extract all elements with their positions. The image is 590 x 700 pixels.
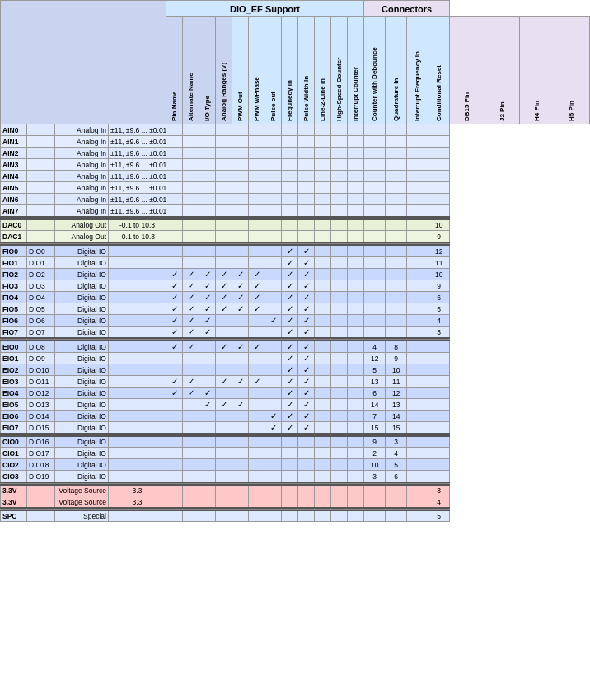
table-row: CIO1DIO17Digital IO24 [1, 448, 590, 459]
col-h4: H4 Pin [520, 17, 555, 124]
col-db15: DB15 Pin [450, 17, 485, 124]
dio-ef-header: DIO_EF Support [166, 1, 364, 17]
table-row: EIO2DIO10Digital IO✓✓510 [1, 364, 590, 375]
col-header-alt: Alternate Name [183, 17, 199, 124]
table-row: CIO3DIO19Digital IO36 [1, 471, 590, 482]
col-quadrature: Quadrature In [386, 17, 407, 124]
table-row: FIO7DIO7Digital IO✓✓✓✓✓3 [1, 326, 590, 338]
col-cond-reset: Conditional Reset [428, 17, 450, 124]
db15-label: DB15 Pin [463, 22, 471, 121]
table-row: EIO7DIO15Digital IO✓✓✓1515 [1, 421, 590, 434]
table-row: EIO1DIO9Digital IO✓✓129 [1, 352, 590, 364]
col-header-analog: Analog Ranges (V) [216, 17, 232, 124]
col-h5: H5 Pin [555, 17, 590, 124]
table-row: 3.3VVoltage Source3.34 [1, 496, 590, 508]
interrupt-label: Interrupt Counter [352, 22, 360, 121]
col-j2: J2 Pin [485, 17, 519, 124]
debounce-label: Counter with Debounce [371, 22, 379, 121]
pwm-out-label: PWM Out [236, 22, 245, 121]
table-row: AIN7Analog In±11, ±9.6 ... ±0.018 [1, 205, 590, 217]
cond-reset-label: Conditional Reset [435, 22, 443, 121]
table-row: FIO1DIO1Digital IO✓✓11 [1, 256, 590, 268]
col-debounce: Counter with Debounce [364, 17, 386, 124]
table-row: EIO3DIO11Digital IO✓✓✓✓✓✓✓1311 [1, 375, 590, 387]
top-left-header [1, 1, 166, 124]
table-row: AIN6Analog In±11, ±9.6 ... ±0.018 [1, 194, 590, 205]
col-pwm-out: PWM Out [232, 17, 249, 124]
pin-name-label: Pin Name [171, 22, 179, 121]
col-int-freq: Interrupt Frequency In [407, 17, 428, 124]
table-row: AIN1Analog In±11, ±9.6 ... ±0.018 [1, 136, 590, 148]
col-header-type: I/O Type [199, 17, 216, 124]
table-row: DAC1Analog Out-0.1 to 10.39 [1, 231, 590, 242]
pulse-out-label: Pulse out [269, 22, 278, 121]
col-interrupt: Interrupt Counter [348, 17, 364, 124]
alt-name-label: Alternate Name [187, 22, 195, 121]
table-row: FIO0DIO0Digital IO✓✓12 [1, 245, 590, 257]
table-row: EIO0DIO8Digital IO✓✓✓✓✓✓✓48 [1, 341, 590, 353]
col-pulse-width: Pulse Width In [298, 17, 315, 124]
table-row: CIO0DIO16Digital IO93 [1, 436, 590, 448]
table-row: DAC0Analog Out-0.1 to 10.310 [1, 219, 590, 231]
h4-label: H4 Pin [533, 22, 541, 121]
table-row: FIO5DIO5Digital IO✓✓✓✓✓✓✓✓5 [1, 303, 590, 314]
table-row: EIO6DIO14Digital IO✓✓✓714 [1, 410, 590, 421]
table-row: FIO6DIO6Digital IO✓✓✓✓✓✓4 [1, 314, 590, 326]
table-row: AIN5Analog In±11, ±9.6 ... ±0.018 [1, 182, 590, 194]
col-header-pin: Pin Name [166, 17, 183, 124]
col-pulse-out: Pulse out [265, 17, 282, 124]
table-row: FIO4DIO4Digital IO✓✓✓✓✓✓✓✓6 [1, 291, 590, 303]
quadrature-label: Quadrature In [392, 22, 400, 121]
highspeed-label: High-Speed Counter [335, 22, 344, 121]
table-row: FIO2DIO2Digital IO✓✓✓✓✓✓✓✓10 [1, 268, 590, 280]
pwm-phase-label: PWM w/Phase [253, 22, 261, 121]
pulse-width-label: Pulse Width In [302, 22, 311, 121]
connectors-header: Connectors [364, 1, 450, 17]
table-row: 3.3VVoltage Source3.33 [1, 485, 590, 496]
table-row: AIN0Analog In±11, ±9.6 ... ±0.018 [1, 124, 590, 136]
table-row: AIN3Analog In±11, ±9.6 ... ±0.018 [1, 159, 590, 171]
table-row: CIO2DIO18Digital IO105 [1, 459, 590, 471]
table-row: SPCSpecial5 [1, 510, 590, 522]
table-row: AIN2Analog In±11, ±9.6 ... ±0.018 [1, 148, 590, 159]
io-type-label: I/O Type [204, 22, 212, 121]
table-row: AIN4Analog In±11, ±9.6 ... ±0.018 [1, 171, 590, 182]
col-highspeed: High-Speed Counter [331, 17, 348, 124]
freq-in-label: Frequnecy In [286, 22, 294, 121]
table-row: EIO5DIO13Digital IO✓✓✓✓✓1413 [1, 398, 590, 410]
table-row: EIO4DIO12Digital IO✓✓✓✓✓612 [1, 387, 590, 398]
int-freq-label: Interrupt Frequency In [414, 22, 422, 121]
analog-ranges-label: Analog Ranges (V) [220, 22, 228, 121]
h5-label: H5 Pin [568, 22, 576, 121]
j2-label: J2 Pin [499, 22, 507, 121]
col-line2: Line-2-Line In [315, 17, 331, 124]
line2-label: Line-2-Line In [319, 22, 327, 121]
col-pwm-phase: PWM w/Phase [249, 17, 265, 124]
col-freq-in: Frequnecy In [282, 17, 298, 124]
table-row: FIO3DIO3Digital IO✓✓✓✓✓✓✓✓9 [1, 280, 590, 291]
main-table: DIO_EF Support Connectors Pin Name Alter… [0, 0, 590, 522]
